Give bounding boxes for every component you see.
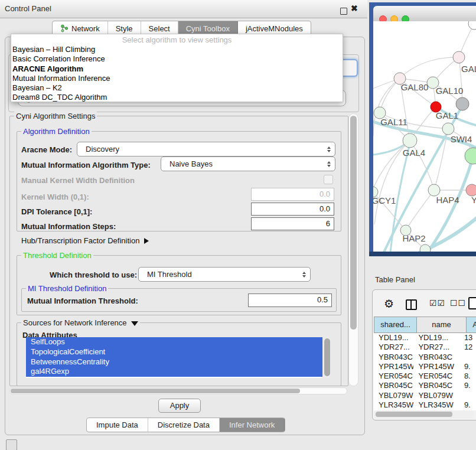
mi-type-combobox[interactable]: Naive Bayes (161, 156, 335, 171)
cyni-algorithm-settings-title: Cyni Algorithm Settings (14, 112, 97, 120)
table-row[interactable]: YER054CYER054C8. (374, 371, 476, 381)
table-body: YDL19...YDL19...13YDR27...YDR27...12YBR0… (374, 333, 476, 410)
table-cell (459, 353, 476, 362)
table-row[interactable]: YPR145WYPR145W9. (374, 362, 476, 371)
algorithm-option[interactable]: Mutual Information Inference (11, 74, 343, 83)
attribute-item[interactable]: BetweennessCentrality (26, 357, 322, 367)
which-threshold-combobox[interactable]: MI Threshold (138, 267, 311, 282)
network-node[interactable] (468, 21, 476, 30)
algorithm-option[interactable]: Bayesian – K2 (11, 83, 343, 93)
table-hscrollbar-thumb[interactable] (376, 412, 452, 417)
tab-infer-network[interactable]: Infer Network (220, 418, 285, 432)
aracne-mode-combobox[interactable]: Discovery (77, 142, 335, 156)
mi-type-value: Naive Bayes (161, 159, 213, 168)
table-cell: 8. (459, 371, 476, 381)
expand-right-icon (144, 238, 149, 244)
network-node-label: HAP2 (402, 233, 425, 243)
network-node[interactable] (428, 184, 440, 196)
attribute-item[interactable]: gal4RGexp (26, 367, 322, 377)
table-cell (459, 391, 476, 400)
apply-button[interactable]: Apply (158, 399, 201, 413)
tab-label: Style (116, 24, 133, 33)
select-all-icon[interactable]: ☑☑ (429, 298, 445, 308)
attributes-scrollbar-thumb[interactable] (324, 338, 330, 376)
attribute-item[interactable]: TopologicalCoefficient (26, 347, 322, 357)
algorithm-definition-title: Algorithm Definition (21, 127, 92, 136)
network-node-label: GAL10 (436, 86, 464, 96)
table-row[interactable]: YBR043CYBR043C (374, 353, 476, 362)
mi-steps-field[interactable]: 6 (251, 217, 334, 230)
table-row[interactable]: YBR045CYBR045C9. (374, 381, 476, 390)
deselect-all-icon[interactable]: ☐☐ (450, 298, 466, 308)
close-icon[interactable]: ✖ (351, 4, 358, 13)
minimized-panel-icon[interactable] (6, 439, 17, 450)
dpi-tolerance-field[interactable]: 0.0 (251, 203, 334, 216)
column-header-shared...[interactable]: shared... (374, 317, 417, 333)
algorithm-option[interactable]: Dream8 DC_TDC Algorithm (11, 93, 343, 102)
bottom-tabbar: Impute DataDiscretize DataInfer Network (86, 418, 285, 432)
table-row[interactable]: YBL079WYBL079W (374, 391, 476, 400)
hub-definition-expander[interactable]: Hub/Transcription Factor Definition (21, 236, 149, 245)
table-cell: YBL079W (374, 391, 413, 400)
network-edge[interactable] (400, 57, 459, 79)
tab-discretize-data[interactable]: Discretize Data (148, 418, 220, 432)
attribute-item[interactable]: SelfLoops (26, 337, 322, 347)
settings-hscrollbar-thumb[interactable] (11, 389, 300, 393)
network-node-label: Y (471, 195, 476, 205)
combo-arrows-icon (327, 161, 331, 167)
network-node-label: GCY1 (373, 195, 396, 206)
network-node[interactable] (456, 97, 469, 110)
table-row[interactable]: YDR27...YDR27...12 (374, 343, 476, 352)
manual-kernel-checkbox[interactable] (324, 175, 333, 184)
network-node[interactable] (403, 133, 417, 148)
kernel-width-field[interactable]: 0.0 (251, 188, 334, 201)
table-cell: YLR345W (413, 400, 459, 410)
network-node[interactable] (465, 148, 476, 164)
new-table-icon[interactable] (468, 297, 476, 309)
network-node[interactable] (420, 244, 431, 252)
table-cell: YBL079W (413, 391, 459, 400)
table-cell: 13 (459, 333, 476, 343)
column-header-A[interactable]: A (467, 317, 476, 333)
collapse-down-icon (131, 321, 138, 326)
dpi-tolerance-label: DPI Tolerance [0,1]: (21, 207, 92, 216)
algorithm-option[interactable]: Bayesian – Hill Climbing (11, 45, 343, 54)
column-header-name[interactable]: name (417, 317, 467, 333)
mi-threshold-field[interactable]: 0.5 (248, 294, 332, 307)
table-row[interactable]: YLR345WYLR345W9. (374, 400, 476, 410)
network-window-frame-bottom (369, 252, 476, 256)
table-cell: 9. (459, 400, 476, 410)
network-window-titlebar[interactable] (373, 6, 476, 22)
tab-label: Impute Data (96, 420, 138, 429)
tab-label: Select (149, 24, 170, 33)
tab-impute-data[interactable]: Impute Data (87, 418, 148, 432)
data-attributes-list: SelfLoopsTopologicalCoefficientBetweenne… (26, 337, 322, 378)
table-cell: YER054C (374, 371, 413, 381)
network-edge[interactable] (406, 190, 434, 230)
float-window-icon[interactable] (340, 8, 347, 15)
table-row[interactable]: YDL19...YDL19...13 (374, 333, 476, 343)
sources-title[interactable]: Sources for Network Inference (21, 318, 140, 327)
hub-definition-label: Hub/Transcription Factor Definition (21, 236, 139, 245)
settings-vscrollbar-thumb[interactable] (350, 116, 357, 330)
table-panel-title: Table Panel (375, 275, 415, 284)
tab-label: Cyni Toolbox (186, 24, 230, 33)
network-node[interactable] (453, 51, 465, 63)
table-cell: 12 (459, 343, 476, 352)
manual-kernel-label: Manual Kernel Width Definition (21, 176, 135, 185)
table-cell: 9. (459, 362, 476, 371)
network-node-label: SWI4 (451, 134, 472, 144)
which-threshold-value: MI Threshold (139, 270, 192, 279)
network-node[interactable] (442, 123, 454, 135)
sources-title-label: Sources for Network Inference (23, 318, 127, 327)
network-node-label: GAL80 (401, 82, 429, 92)
columns-icon[interactable] (406, 299, 417, 310)
algorithm-option[interactable]: Basic Correlation Inference (11, 54, 343, 64)
network-canvas[interactable]: GAL7GAL80GAL10GAL1GAL11SWI4GAL4GCY1HAP4Y… (373, 21, 476, 252)
gear-icon[interactable]: ⚙ (384, 297, 394, 311)
network-node[interactable] (466, 184, 476, 196)
tab-label: Discretize Data (158, 420, 210, 429)
aracne-mode-label: Aracne Mode: (21, 145, 72, 154)
table-cell: YER054C (413, 371, 459, 381)
algorithm-option[interactable]: ARACNE Algorithm (11, 64, 343, 74)
